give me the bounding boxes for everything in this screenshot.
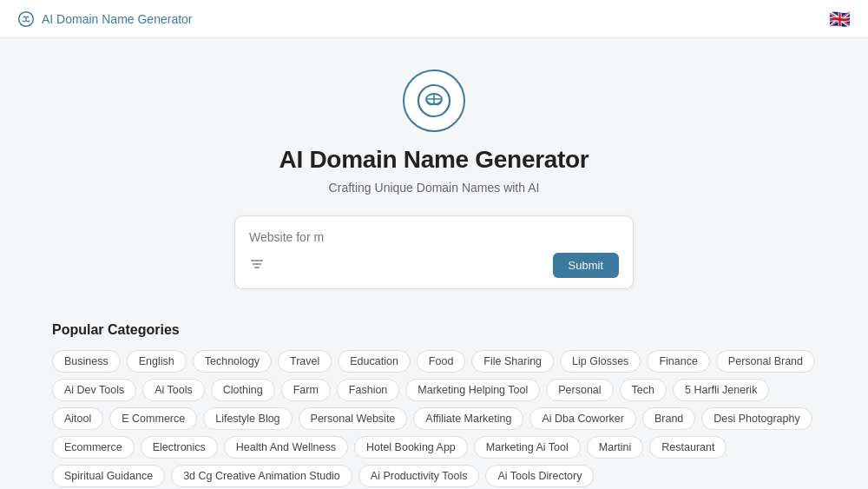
language-flag[interactable]: 🇬🇧 [829,9,851,30]
hero-icon [403,69,465,132]
category-tag[interactable]: Technology [193,350,272,373]
category-tag[interactable]: Lip Glosses [560,350,641,373]
category-tag[interactable]: Travel [278,350,332,373]
category-tag[interactable]: English [127,350,187,373]
page-subtitle: Crafting Unique Domain Names with AI [329,181,540,195]
category-tag[interactable]: Fashion [337,379,399,401]
category-tag[interactable]: Finance [647,350,709,373]
category-tag[interactable]: Personal [546,379,613,401]
category-tag[interactable]: Lifestyle Blog [203,407,292,430]
search-box: Submit [234,215,634,289]
category-tag[interactable]: Ai Dba Coworker [529,407,635,430]
hero-brain-icon [415,82,453,120]
category-tag[interactable]: Tech [620,379,667,401]
category-tag[interactable]: Spiritual Guidance [52,465,165,487]
category-tag[interactable]: Farm [281,379,331,401]
categories-section: Popular Categories BusinessEnglishTechno… [0,314,868,489]
page-title: AI Domain Name Generator [279,146,589,174]
category-tag[interactable]: Affiliate Marketing [413,407,523,430]
hero-section: AI Domain Name Generator Crafting Unique… [0,38,868,314]
header: AI Domain Name Generator 🇬🇧 [0,0,868,38]
category-tag[interactable]: Brand [642,407,695,430]
header-logo: AI Domain Name Generator [17,10,193,28]
category-tag[interactable]: Clothing [211,379,275,401]
category-tag[interactable]: 5 Harfli Jenerik [673,379,769,401]
category-tag[interactable]: E Commerce [109,407,197,430]
category-tag[interactable]: Marketing Ai Tool [474,436,581,459]
category-tag[interactable]: Ecommerce [52,436,135,459]
category-tag[interactable]: Hotel Booking App [354,436,468,459]
category-tag[interactable]: Ai Productivity Tools [358,465,480,487]
categories-title: Popular Categories [52,322,816,338]
filter-icon-button[interactable] [249,256,265,275]
category-tag[interactable]: Aitool [52,407,103,430]
filter-icon [249,256,265,272]
header-logo-text: AI Domain Name Generator [42,12,193,26]
category-tag[interactable]: File Sharing [471,350,554,373]
tags-container: BusinessEnglishTechnologyTravelEducation… [52,350,816,489]
category-tag[interactable]: Martini [587,436,644,459]
category-tag[interactable]: Restaurant [649,436,727,459]
category-tag[interactable]: Electronics [141,436,218,459]
category-tag[interactable]: Marketing Helping Tool [405,379,540,401]
category-tag[interactable]: Food [417,350,466,373]
category-tag[interactable]: Business [52,350,121,373]
category-tag[interactable]: Personal Website [299,407,408,430]
submit-button[interactable]: Submit [553,253,619,278]
search-input[interactable] [249,230,619,244]
category-tag[interactable]: 3d Cg Creative Animation Studio [171,465,352,487]
category-tag[interactable]: Education [338,350,411,373]
category-tag[interactable]: Personal Brand [716,350,815,373]
category-tag[interactable]: Ai Dev Tools [52,379,136,401]
brain-icon [17,10,35,28]
category-tag[interactable]: Ai Tools Directory [485,465,594,487]
category-tag[interactable]: Health And Wellness [224,436,348,459]
category-tag[interactable]: Desi Photography [701,407,812,430]
category-tag[interactable]: Ai Tools [142,379,205,401]
search-footer: Submit [249,253,619,278]
